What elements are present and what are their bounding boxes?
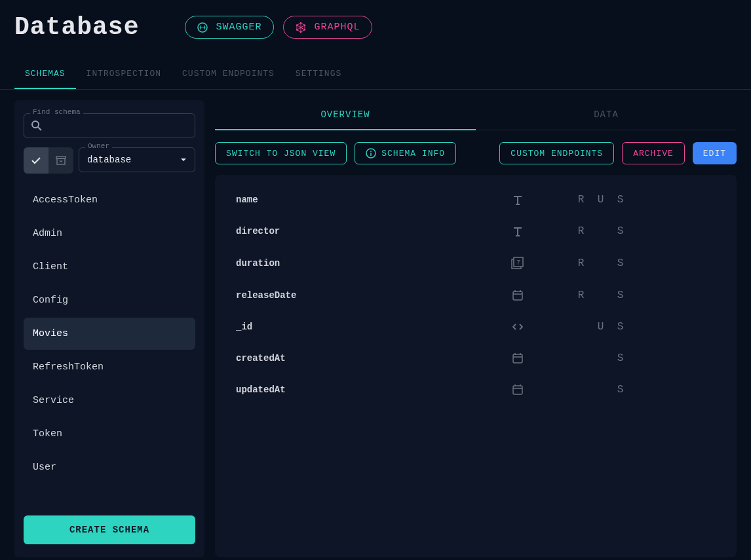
info-icon <box>366 148 376 159</box>
filter-row: Owner database <box>24 147 195 174</box>
toggle-enabled[interactable] <box>24 147 48 174</box>
check-icon <box>30 155 42 166</box>
flag-empty <box>596 257 606 269</box>
sidebar: Find schema Owner <box>14 100 204 557</box>
toggle-archived[interactable] <box>48 147 73 174</box>
flag-empty <box>577 321 586 333</box>
flag-U: U <box>596 194 606 206</box>
field-name: _id <box>236 322 459 332</box>
field-flags: RS <box>577 225 625 237</box>
date-icon <box>459 383 577 396</box>
tab-custom-endpoints[interactable]: CUSTOM ENDPOINTS <box>172 60 285 89</box>
svg-rect-24 <box>513 354 522 363</box>
create-schema-button[interactable]: CREATE SCHEMA <box>24 515 195 544</box>
flag-R: R <box>577 289 586 301</box>
top-tabs: SCHEMASINTROSPECTIONCUSTOM ENDPOINTSSETT… <box>0 60 751 90</box>
date-icon <box>459 289 577 302</box>
search-icon <box>30 119 43 132</box>
flag-R: R <box>577 194 586 206</box>
flag-empty <box>577 384 586 396</box>
search-label: Find schema <box>30 108 83 116</box>
fields-panel: nameRUSdirectorRSduration7RSreleaseDateR… <box>215 175 737 557</box>
sidebar-item-config[interactable]: Config <box>24 284 195 316</box>
edit-label: EDIT <box>703 149 726 159</box>
field-row-director[interactable]: directorRS <box>215 215 737 247</box>
main: Find schema Owner <box>0 90 751 560</box>
archive-icon <box>55 155 67 166</box>
field-row-createdAt[interactable]: createdAtS <box>215 343 737 374</box>
header-buttons: SWAGGER GRAPHQL <box>185 16 372 39</box>
field-name: name <box>236 195 459 205</box>
tab-schemas[interactable]: SCHEMAS <box>14 60 76 89</box>
field-row-releaseDate[interactable]: releaseDateRS <box>215 280 737 311</box>
schema-info-label: SCHEMA INFO <box>381 149 445 159</box>
owner-select[interactable]: Owner database <box>79 147 195 174</box>
sidebar-item-refreshtoken[interactable]: RefreshToken <box>24 351 195 383</box>
flag-empty <box>596 225 606 237</box>
svg-point-6 <box>304 29 305 30</box>
flag-U: U <box>596 321 606 333</box>
field-flags: S <box>577 352 625 364</box>
content-tab-data[interactable]: DATA <box>476 100 737 130</box>
svg-point-9 <box>296 24 298 26</box>
field-row-duration[interactable]: duration7RS <box>215 247 737 280</box>
text-icon <box>459 225 577 238</box>
sidebar-item-accesstoken[interactable]: AccessToken <box>24 184 195 216</box>
svg-point-5 <box>304 24 305 26</box>
svg-point-1 <box>201 27 202 28</box>
switch-view-label: SWITCH TO JSON VIEW <box>226 149 336 159</box>
owner-label: Owner <box>85 142 112 150</box>
flag-empty <box>596 352 606 364</box>
flag-S: S <box>616 321 625 333</box>
archive-label: ARCHIVE <box>633 149 674 159</box>
swagger-label: SWAGGER <box>216 22 261 33</box>
svg-point-8 <box>296 29 298 30</box>
archive-button[interactable]: ARCHIVE <box>622 142 685 164</box>
flag-S: S <box>616 352 625 364</box>
sidebar-item-client[interactable]: Client <box>24 251 195 283</box>
field-name: duration <box>236 258 459 269</box>
custom-endpoints-button[interactable]: CUSTOM ENDPOINTS <box>499 142 614 164</box>
field-name: releaseDate <box>236 290 459 301</box>
custom-endpoints-label: CUSTOM ENDPOINTS <box>510 149 603 159</box>
tab-settings[interactable]: SETTINGS <box>285 60 352 89</box>
content-tab-overview[interactable]: OVERVIEW <box>215 100 476 130</box>
flag-empty <box>596 384 606 396</box>
flag-S: S <box>616 194 625 206</box>
switch-view-button[interactable]: SWITCH TO JSON VIEW <box>215 142 347 164</box>
swagger-icon <box>197 22 208 33</box>
svg-point-15 <box>370 151 372 152</box>
page-title: Database <box>14 13 139 41</box>
field-flags: RS <box>577 257 625 269</box>
action-right: CUSTOM ENDPOINTS ARCHIVE EDIT <box>499 142 737 164</box>
svg-line-11 <box>38 127 41 130</box>
edit-button[interactable]: EDIT <box>693 142 737 164</box>
sidebar-item-admin[interactable]: Admin <box>24 217 195 250</box>
svg-rect-20 <box>513 291 522 300</box>
flag-S: S <box>616 257 625 269</box>
chevron-down-icon <box>180 158 187 162</box>
sidebar-item-token[interactable]: Token <box>24 418 195 450</box>
svg-point-2 <box>202 27 204 28</box>
owner-box: database <box>79 147 195 172</box>
graphql-button[interactable]: GRAPHQL <box>283 16 372 39</box>
field-name: createdAt <box>236 353 459 364</box>
schema-list: AccessTokenAdminClientConfigMoviesRefres… <box>24 184 195 509</box>
search-input[interactable] <box>24 113 195 138</box>
sidebar-item-service[interactable]: Service <box>24 384 195 417</box>
flag-S: S <box>616 289 625 301</box>
field-row-name[interactable]: nameRUS <box>215 184 737 215</box>
schema-info-button[interactable]: SCHEMA INFO <box>355 142 456 164</box>
date-icon <box>459 352 577 365</box>
field-row-updatedAt[interactable]: updatedAtS <box>215 374 737 405</box>
field-row-id[interactable]: _idUS <box>215 311 737 343</box>
owner-value: database <box>87 155 131 165</box>
svg-rect-28 <box>513 386 522 394</box>
swagger-button[interactable]: SWAGGER <box>185 16 274 39</box>
tab-introspection[interactable]: INTROSPECTION <box>76 60 172 89</box>
flag-S: S <box>616 225 625 237</box>
action-bar: SWITCH TO JSON VIEW SCHEMA INFO CUSTOM E… <box>215 142 737 164</box>
sidebar-item-user[interactable]: User <box>24 451 195 483</box>
sidebar-item-movies[interactable]: Movies <box>24 318 195 350</box>
content: OVERVIEWDATA SWITCH TO JSON VIEW SCHEMA … <box>215 100 737 557</box>
